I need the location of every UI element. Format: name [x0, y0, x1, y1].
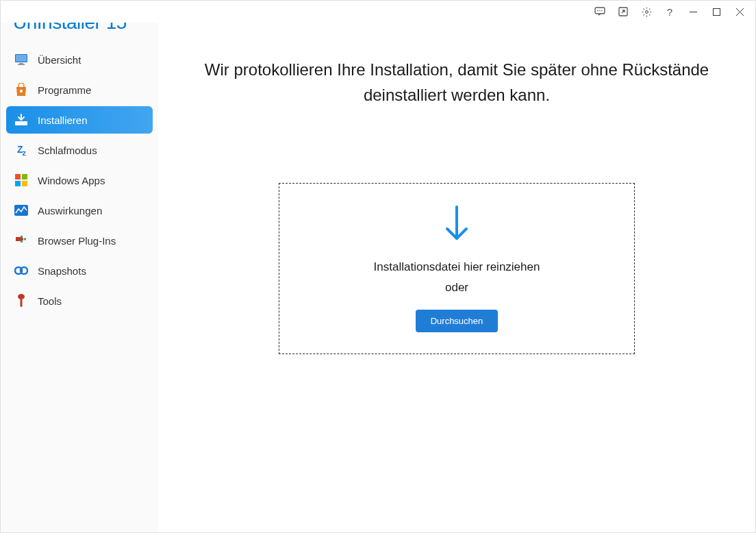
close-icon[interactable] — [729, 2, 750, 21]
sidebar-item-impact[interactable]: Auswirkungen — [6, 197, 153, 224]
sidebar-item-label: Snapshots — [38, 265, 86, 277]
svg-point-5 — [645, 10, 648, 13]
svg-point-14 — [20, 90, 23, 92]
install-download-icon — [14, 113, 28, 127]
maximize-icon[interactable] — [706, 2, 727, 21]
help-icon[interactable]: ? — [659, 2, 680, 21]
svg-rect-13 — [18, 64, 25, 66]
sidebar-item-label: Schlafmodus — [38, 145, 97, 156]
arrow-down-icon — [443, 206, 470, 243]
product-name: UnInstaller 15 — [13, 23, 146, 34]
svg-rect-22 — [21, 240, 23, 243]
sidebar-item-label: Programme — [38, 84, 91, 96]
svg-rect-11 — [16, 55, 27, 62]
sidebar-item-programs[interactable]: Programme — [6, 76, 153, 103]
plugin-icon — [14, 234, 28, 247]
sidebar-item-snapshots[interactable]: Snapshots — [6, 257, 153, 284]
svg-point-26 — [18, 294, 25, 299]
impact-icon — [14, 203, 28, 217]
svg-rect-23 — [24, 238, 26, 240]
svg-rect-18 — [15, 181, 21, 186]
svg-point-1 — [597, 10, 598, 12]
nav-list: Übersicht Programme — [1, 40, 158, 323]
app-logo: Ashampoo UnInstaller 15 — [1, 23, 158, 40]
sidebar-item-label: Windows Apps — [38, 175, 105, 186]
external-icon[interactable] — [613, 2, 633, 21]
monitor-icon — [14, 53, 28, 66]
sidebar-item-label: Browser Plug-Ins — [38, 235, 116, 247]
svg-rect-21 — [21, 236, 23, 238]
sleep-icon: Zz — [14, 143, 28, 157]
bag-icon — [14, 83, 28, 97]
windows-icon — [14, 173, 28, 187]
svg-rect-20 — [14, 205, 28, 216]
svg-rect-12 — [19, 63, 23, 64]
sidebar-item-label: Tools — [38, 295, 62, 307]
minimize-icon[interactable] — [683, 2, 703, 21]
sidebar-item-install[interactable]: Installieren — [6, 106, 153, 134]
sidebar: Ashampoo UnInstaller 15 Übersicht — [1, 23, 158, 532]
svg-rect-27 — [21, 299, 23, 307]
sidebar-item-plugins[interactable]: Browser Plug-Ins — [6, 227, 153, 254]
dropzone-text-line1: Installationsdatei hier reinziehen — [374, 259, 540, 275]
install-dropzone[interactable]: Installationsdatei hier reinziehen oder … — [279, 183, 635, 354]
snapshots-icon — [14, 264, 28, 277]
svg-rect-17 — [22, 174, 27, 179]
svg-point-2 — [599, 10, 601, 12]
svg-rect-15 — [15, 121, 27, 125]
sidebar-item-winapps[interactable]: Windows Apps — [6, 166, 153, 194]
sidebar-item-label: Auswirkungen — [38, 205, 102, 216]
svg-rect-16 — [15, 174, 21, 179]
titlebar: ? — [1, 1, 755, 23]
svg-point-3 — [601, 10, 603, 12]
dropzone-text-line2: oder — [445, 280, 468, 296]
sidebar-item-tools[interactable]: Tools — [6, 287, 153, 314]
sidebar-item-overview[interactable]: Übersicht — [6, 46, 153, 73]
main-content: Wir protokollieren Ihre Installation, da… — [158, 23, 755, 532]
tools-icon — [14, 294, 28, 308]
feedback-icon[interactable] — [590, 2, 610, 21]
svg-rect-19 — [22, 181, 27, 186]
svg-rect-7 — [713, 8, 720, 15]
page-headline: Wir protokollieren Ihre Installation, da… — [199, 57, 714, 108]
browse-button[interactable]: Durchsuchen — [416, 310, 499, 332]
settings-icon[interactable] — [636, 2, 657, 21]
sidebar-item-label: Installieren — [38, 114, 88, 126]
sidebar-item-label: Übersicht — [38, 54, 81, 66]
sidebar-item-sleep[interactable]: Zz Schlafmodus — [6, 136, 153, 164]
